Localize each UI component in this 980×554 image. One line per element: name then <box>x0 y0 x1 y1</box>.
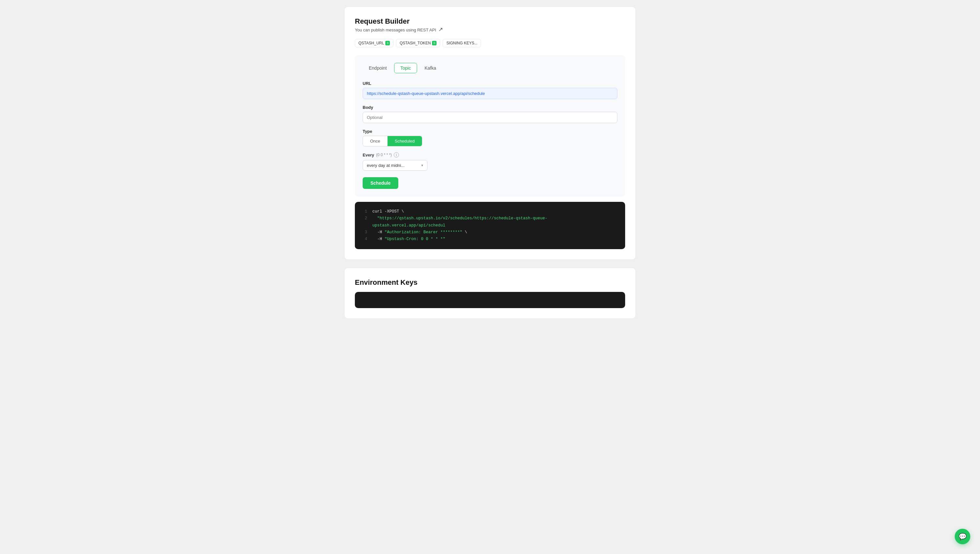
info-icon[interactable]: i <box>394 152 399 158</box>
builder-panel: Endpoint Topic Kafka URL Body Type Once <box>355 55 625 197</box>
code-line-2: 2 "https://qstash.upstash.io/v2/schedule… <box>363 215 617 229</box>
every-field-group: Every (0 0 * * *) i every day at midni..… <box>363 152 617 171</box>
badge-qstash-url[interactable]: QSTASH_URL ⎘ <box>355 39 394 47</box>
type-field-group: Type Once Scheduled <box>363 129 617 146</box>
subtitle-text: You can publish messages using REST API <box>355 27 436 32</box>
line-num-1: 1 <box>363 208 367 215</box>
badge-signing-keys[interactable]: SIGNING KEYS... <box>443 39 481 47</box>
type-label: Type <box>363 129 617 134</box>
badge-qstash-token[interactable]: QSTASH_TOKEN ⎘ <box>396 39 440 47</box>
badge-qstash-url-label: QSTASH_URL <box>359 41 384 45</box>
url-label: URL <box>363 81 617 86</box>
code-content-2: "https://qstash.upstash.io/v2/schedules/… <box>372 215 617 229</box>
line-num-2: 2 <box>363 215 367 229</box>
code-line-4: 4 -H "Upstash-Cron: 0 0 * * *" <box>363 236 617 243</box>
line-num-3: 3 <box>363 229 367 236</box>
line-num-4: 4 <box>363 236 367 243</box>
badge-signing-keys-label: SIGNING KEYS... <box>446 41 477 45</box>
schedule-dropdown[interactable]: every day at midni... ▾ <box>363 160 427 171</box>
url-field-group: URL <box>363 81 617 99</box>
schedule-button[interactable]: Schedule <box>363 177 398 189</box>
card-title: Request Builder <box>355 17 625 25</box>
code-line-1: 1 curl -XPOST \ <box>363 208 617 215</box>
code-content-1: curl -XPOST \ <box>372 208 404 215</box>
type-button-group: Once Scheduled <box>363 136 422 146</box>
type-scheduled-button[interactable]: Scheduled <box>387 136 422 146</box>
type-once-button[interactable]: Once <box>363 136 387 146</box>
code-content-4: -H "Upstash-Cron: 0 0 * * *" <box>372 236 445 243</box>
card-subtitle: You can publish messages using REST API <box>355 27 625 32</box>
every-label: Every (0 0 * * *) i <box>363 152 617 158</box>
chevron-down-icon: ▾ <box>421 163 423 167</box>
env-dark-panel <box>355 292 625 308</box>
tab-kafka[interactable]: Kafka <box>418 63 442 73</box>
body-field-group: Body <box>363 105 617 123</box>
tab-topic[interactable]: Topic <box>394 63 417 73</box>
copy-icon-token: ⎘ <box>432 41 437 45</box>
copy-icon-url: ⎘ <box>385 41 390 45</box>
environment-keys-card: Environment Keys <box>344 267 636 319</box>
code-block: 1 curl -XPOST \ 2 "https://qstash.upstas… <box>355 202 625 249</box>
body-label: Body <box>363 105 617 110</box>
badge-qstash-token-label: QSTASH_TOKEN <box>400 41 431 45</box>
url-input[interactable] <box>363 88 617 99</box>
code-line-3: 3 -H "Authorization: Bearer ********" \ <box>363 229 617 236</box>
cron-expression: (0 0 * * *) <box>376 153 392 157</box>
external-link-icon <box>439 27 443 32</box>
body-input[interactable] <box>363 112 617 123</box>
tab-group: Endpoint Topic Kafka <box>363 63 617 73</box>
dropdown-value: every day at midni... <box>367 163 405 168</box>
env-badges-row: QSTASH_URL ⎘ QSTASH_TOKEN ⎘ SIGNING KEYS… <box>355 39 625 47</box>
request-builder-card: Request Builder You can publish messages… <box>344 6 636 260</box>
chat-icon: 💬 <box>959 533 967 540</box>
env-keys-title: Environment Keys <box>355 278 625 287</box>
chat-bubble-button[interactable]: 💬 <box>955 529 970 544</box>
tab-endpoint[interactable]: Endpoint <box>363 63 393 73</box>
code-content-3a: -H "Authorization: Bearer ********" \ <box>372 229 467 236</box>
